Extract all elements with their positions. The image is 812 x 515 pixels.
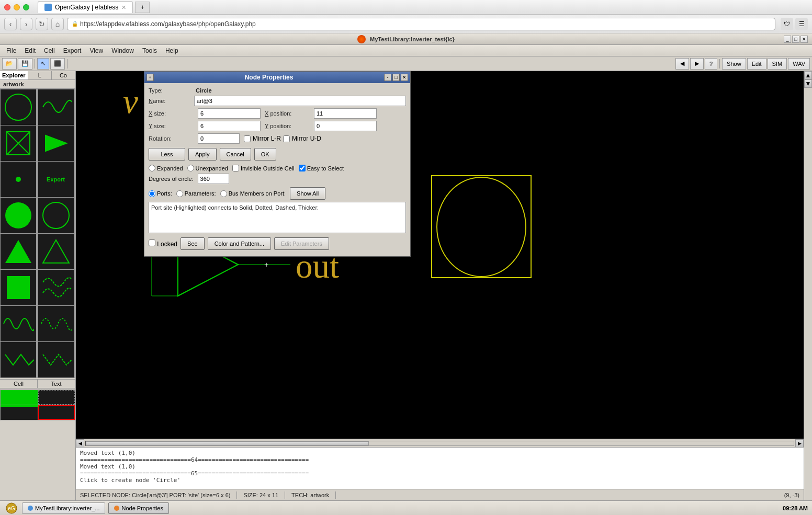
unexpanded-radio-label[interactable]: Unexpanded [187,165,228,171]
invisible-checkbox-label[interactable]: Invisible Outside Cell [232,165,295,171]
invisible-checkbox[interactable] [232,165,239,171]
ysize-input[interactable] [198,121,261,131]
bus-radio-label[interactable]: Bus Members on Port: [220,190,286,197]
dialog-maximize-button[interactable]: □ [392,74,400,81]
artwork-cell-filled-triangle[interactable] [1,234,36,269]
mirror-lr-checkbox[interactable] [244,135,251,142]
toolbar-wav-button[interactable]: WAV [788,58,810,70]
artwork-cell-filled-rect[interactable] [1,270,36,305]
tab-cell[interactable]: Cell [0,380,38,388]
degrees-input[interactable] [198,174,229,184]
swatch-green-line[interactable] [1,405,38,420]
easy-select-checkbox[interactable] [299,165,306,171]
toolbar-open-button[interactable]: 📂 [2,58,17,70]
forward-button[interactable]: › [20,18,32,30]
menu-edit[interactable]: Edit [20,46,40,55]
dialog-pin-button[interactable]: + [146,74,154,81]
artwork-cell-filled-circle[interactable] [1,198,36,233]
tab-close-icon[interactable]: ✕ [121,4,126,11]
sidebar-tab-l[interactable]: L [28,71,52,79]
artwork-cell-dot[interactable] [1,162,36,197]
ok-button[interactable]: OK [254,148,276,161]
scroll-track[interactable] [85,441,794,446]
maximize-traffic-light[interactable] [23,4,29,10]
locked-checkbox-label[interactable]: Locked [149,239,177,248]
toolbar-help-icon[interactable]: ? [705,58,717,70]
toolbar-nav-left[interactable]: ◀ [675,58,689,70]
artwork-cell-open-circle[interactable] [38,198,74,233]
artwork-cell-export[interactable]: Export [38,162,74,197]
home-button[interactable]: ⌂ [51,18,64,30]
app-maximize-button[interactable]: □ [792,36,799,43]
menu-file[interactable]: File [2,46,20,55]
scroll-left-arrow[interactable]: ◀ [76,439,84,448]
name-input[interactable] [194,96,406,106]
easy-select-checkbox-label[interactable]: Easy to Select [299,165,344,171]
right-scrollbar[interactable]: ▲ ▼ [804,71,812,500]
less-button[interactable]: Less [149,148,185,161]
bottom-scrollbar[interactable]: ◀ ▶ [76,439,804,447]
app-minimize-button[interactable]: _ [784,36,791,43]
menu-view[interactable]: View [85,46,107,55]
canvas-area[interactable]: v swdd [76,71,804,439]
tab-text[interactable]: Text [38,380,75,388]
swatch-green-solid[interactable] [1,390,38,405]
scroll-down-arrow[interactable]: ▼ [804,79,812,88]
menu-tools[interactable]: Tools [138,46,161,55]
artwork-cell-squiggle[interactable] [38,270,74,305]
color-pattern-button[interactable]: Color and Pattern... [208,237,271,250]
toolbar-stop-button[interactable]: ⬛ [50,58,65,70]
scroll-right-arrow[interactable]: ▶ [795,439,804,448]
dialog-close-button[interactable]: ✕ [401,74,408,81]
menu-export[interactable]: Export [59,46,86,55]
scroll-up-arrow[interactable]: ▲ [804,71,812,79]
artwork-cell-circle[interactable] [1,89,36,125]
artwork-cell-zigzag[interactable] [1,342,36,377]
expanded-radio-label[interactable]: Expanded [149,165,183,171]
artwork-cell-sine[interactable] [1,306,36,341]
artwork-cell-cross[interactable] [1,125,36,161]
ports-radio[interactable] [149,190,155,197]
parameters-radio-label[interactable]: Parameters: [176,190,216,197]
sidebar-tab-explorer[interactable]: Explorer [0,71,28,79]
artwork-cell-zigzag-dashed[interactable] [38,342,74,377]
minimize-traffic-light[interactable] [14,4,20,10]
expanded-radio[interactable] [149,165,155,171]
browser-tab[interactable]: OpenGalaxy | efabless ✕ [38,1,133,13]
swatch-red-border[interactable] [38,405,75,420]
parameters-radio[interactable] [176,190,183,197]
mirror-ud-checkbox[interactable] [283,135,290,142]
swatch-black-1[interactable] [38,390,75,405]
see-button[interactable]: See [181,237,205,250]
back-button[interactable]: ‹ [4,18,17,30]
menu-cell[interactable]: Cell [40,46,59,55]
toolbar-sim-button[interactable]: SIM [768,58,787,70]
ports-radio-label[interactable]: Ports: [149,190,172,197]
url-bar[interactable]: 🔒 https://efappdev.efabless.com/galaxyba… [67,18,775,30]
toolbar-select-button[interactable]: ↖ [37,58,49,70]
new-tab-button[interactable]: + [135,2,150,13]
toolbar-edit-button[interactable]: Edit [747,58,766,70]
show-all-button[interactable]: Show All [290,187,325,200]
artwork-cell-open-triangle[interactable] [38,234,74,269]
locked-checkbox[interactable] [149,239,155,246]
scroll-thumb[interactable] [86,441,369,445]
toolbar-save-button[interactable]: 💾 [18,58,32,70]
toolbar-show-button[interactable]: Show [722,58,746,70]
menu-help[interactable]: Help [161,46,183,55]
xsize-input[interactable] [198,108,261,119]
ypos-input[interactable] [314,121,377,131]
cancel-button[interactable]: Cancel [220,148,251,161]
menu-window[interactable]: Window [107,46,138,55]
artwork-cell-arrow[interactable] [38,125,74,161]
bus-radio[interactable] [220,190,227,197]
toolbar-nav-right[interactable]: ▶ [690,58,704,70]
sidebar-tab-co[interactable]: Co [52,71,75,79]
app-close-button[interactable]: ✕ [800,36,808,43]
artwork-cell-wave[interactable] [38,89,74,125]
close-traffic-light[interactable] [4,4,10,10]
ext-icon-2[interactable]: ☰ [795,18,808,30]
taskbar-item-dialog[interactable]: Node Properties [108,502,169,514]
edit-params-button[interactable]: Edit Parameters [274,237,329,250]
xpos-input[interactable] [314,108,377,119]
